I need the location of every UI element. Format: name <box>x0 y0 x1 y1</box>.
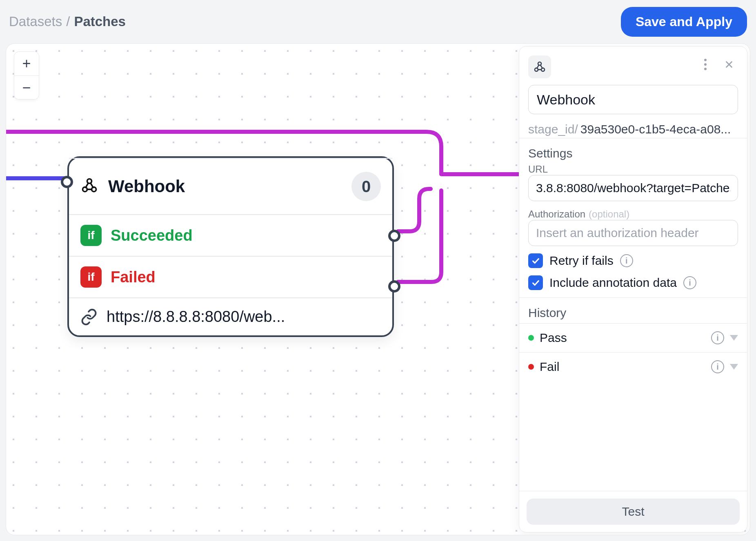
authorization-input[interactable] <box>528 220 738 246</box>
breadcrumb-root[interactable]: Datasets <box>9 14 62 29</box>
status-dot-fail <box>528 364 534 370</box>
if-badge-succeeded: if <box>80 225 102 246</box>
panel-menu-button[interactable] <box>696 55 714 73</box>
node-condition-succeeded[interactable]: if Succeeded <box>69 214 392 256</box>
chevron-down-icon[interactable] <box>730 335 738 341</box>
webhook-node[interactable]: Webhook 0 if Succeeded if Failed https:/… <box>67 156 394 337</box>
history-label: Fail <box>540 360 559 374</box>
checkbox-checked-icon[interactable] <box>528 253 543 268</box>
node-count-badge: 0 <box>351 172 381 201</box>
panel-close-button[interactable] <box>720 55 738 73</box>
link-icon <box>80 308 98 326</box>
webhook-icon <box>528 55 551 78</box>
stage-name-input[interactable] <box>528 85 738 114</box>
history-title: History <box>519 298 747 323</box>
node-title: Webhook <box>108 177 185 196</box>
settings-section: Settings URL Authorization (optional) <box>519 138 747 297</box>
history-item-pass[interactable]: Pass i <box>519 323 747 352</box>
node-output-port-failed[interactable] <box>388 280 400 293</box>
header: Datasets / Patches Save and Apply <box>0 0 756 43</box>
save-and-apply-button[interactable]: Save and Apply <box>621 7 747 37</box>
breadcrumb-page[interactable]: Patches <box>74 14 126 29</box>
history-item-fail[interactable]: Fail i <box>519 352 747 381</box>
node-header-row: Webhook 0 <box>69 158 392 214</box>
stage-id-value: 39a530e0-c1b5-4eca-a08... <box>580 122 731 136</box>
node-input-port[interactable] <box>61 176 73 188</box>
status-dot-pass <box>528 335 534 341</box>
info-icon[interactable]: i <box>683 276 696 289</box>
node-url-row: https://8.8.8.8:8080/web... <box>69 297 392 335</box>
workflow-canvas[interactable]: + − Webhook 0 if Succeeded if Failed <box>6 43 750 535</box>
info-icon[interactable]: i <box>620 254 633 267</box>
condition-label-succeeded: Succeeded <box>111 227 193 244</box>
close-icon <box>724 59 734 70</box>
retry-if-fails-row[interactable]: Retry if fails i <box>528 253 738 268</box>
info-icon[interactable]: i <box>711 360 724 373</box>
panel-header <box>519 47 747 78</box>
checkbox-checked-icon[interactable] <box>528 275 543 290</box>
url-input[interactable] <box>528 175 738 201</box>
stage-id-line: stage_id/ 39a530e0-c1b5-4eca-a08... <box>528 122 738 136</box>
url-label: URL <box>528 164 738 175</box>
history-section: History Pass i Fail i <box>519 297 747 381</box>
history-label: Pass <box>540 331 567 345</box>
breadcrumb-sep: / <box>66 14 70 29</box>
if-badge-failed: if <box>80 266 102 288</box>
stage-id-key: stage_id/ <box>528 122 578 136</box>
zoom-controls: + − <box>14 52 39 99</box>
condition-label-failed: Failed <box>111 268 156 286</box>
zoom-in-button[interactable]: + <box>14 52 39 75</box>
panel-footer: Test <box>519 491 747 532</box>
settings-title: Settings <box>519 138 747 164</box>
test-button[interactable]: Test <box>527 499 740 525</box>
include-annotation-row[interactable]: Include annotation data i <box>528 275 738 290</box>
node-condition-failed[interactable]: if Failed <box>69 256 392 297</box>
retry-label: Retry if fails <box>549 254 614 268</box>
dots-vertical-icon <box>704 59 707 70</box>
info-icon[interactable]: i <box>711 331 724 344</box>
webhook-icon <box>80 177 98 196</box>
breadcrumb: Datasets / Patches <box>9 14 126 29</box>
authorization-label: Authorization (optional) <box>528 208 738 220</box>
node-output-port-succeeded[interactable] <box>388 230 400 242</box>
include-label: Include annotation data <box>549 276 677 290</box>
properties-panel: stage_id/ 39a530e0-c1b5-4eca-a08... Sett… <box>519 46 747 532</box>
node-url-text: https://8.8.8.8:8080/web... <box>107 308 285 326</box>
chevron-down-icon[interactable] <box>730 364 738 370</box>
zoom-out-button[interactable]: − <box>14 75 39 99</box>
